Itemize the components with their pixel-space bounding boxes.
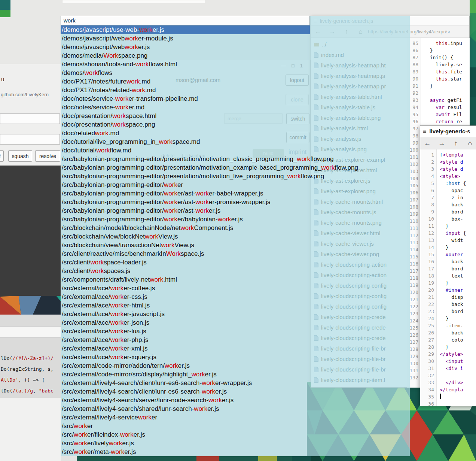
- search-result[interactable]: /src/babylonian-programming-editor/worke…: [61, 189, 410, 198]
- search-result[interactable]: /src/external/ace/worker-xquery.js: [61, 353, 410, 361]
- home-icon[interactable]: ⌂: [463, 139, 476, 147]
- code-line: disp: [440, 294, 476, 301]
- search-result[interactable]: /src/external/ace/worker-lua.js: [61, 327, 410, 336]
- search-result[interactable]: /doc/PX17/notes/related-work.md: [61, 86, 410, 94]
- back-icon[interactable]: ←: [420, 139, 434, 147]
- search-result[interactable]: /src/external/lively4-search/client/lunr…: [61, 379, 410, 387]
- search-result[interactable]: /src/external/lively4-search/client/lunr…: [61, 387, 410, 396]
- code-line: init() {: [424, 54, 470, 61]
- search-result[interactable]: /src/blockchain/model/blockchainNode/net…: [61, 224, 410, 232]
- search-result[interactable]: /demos/workflows: [61, 69, 410, 77]
- code-line: .item.: [440, 322, 476, 329]
- search-result[interactable]: /src/client/workspaces.js: [61, 267, 410, 275]
- search-result[interactable]: /src/babylonian-programming-editor/worke…: [61, 198, 410, 206]
- code-line: opac: [440, 187, 476, 194]
- search-result[interactable]: /src/external/lively4-search/server/lunr…: [61, 396, 410, 404]
- code-line: back: [440, 201, 476, 208]
- search-result[interactable]: /src/external/code-mirror/src/display/hi…: [61, 370, 410, 379]
- code-line: :host {: [440, 180, 476, 187]
- code-line: text: [440, 272, 476, 279]
- search-result[interactable]: /src/babylonian-programming-editor/prese…: [61, 172, 410, 181]
- input-bar[interactable]: [0, 113, 60, 124]
- code-line: back: [440, 301, 476, 308]
- search-result[interactable]: /src/external/ace/worker-json.js: [61, 318, 410, 327]
- search-result[interactable]: /src/worker/livelyworker.js: [61, 439, 410, 448]
- code-editor-window: ≡ lively-generic-s ← → ↑ ⌂ 1234567891011…: [420, 125, 476, 406]
- search-result[interactable]: /src/external/ace/worker-php.js: [61, 336, 410, 344]
- search-result[interactable]: /src/babylonian-programming-editor/worke…: [61, 215, 410, 224]
- search-result[interactable]: /src/babylonian-programming-editor/prese…: [61, 155, 410, 163]
- code-line: </style>: [440, 351, 476, 358]
- code-line: colo: [440, 336, 476, 343]
- search-result[interactable]: /src/babylonian-programming-editor/worke…: [61, 181, 410, 189]
- input-bar[interactable]: [0, 134, 60, 145]
- search-result[interactable]: /demos/javascript/webworker.js: [61, 43, 410, 51]
- wallpaper-teal-square: [0, 0, 10, 10]
- code-line: f<templa: [440, 151, 476, 158]
- search-result[interactable]: /doc/relatedwork.md: [61, 129, 410, 137]
- search-result[interactable]: /doc/PX17/notes/futurework.md: [61, 77, 410, 86]
- search-result[interactable]: /demos/javascript/webworker-module.js: [61, 34, 410, 43]
- search-result[interactable]: /src/client/reactive/misc/benchmarkInWor…: [61, 249, 410, 258]
- search-input[interactable]: work: [61, 16, 310, 25]
- up-icon[interactable]: ↑: [449, 139, 463, 147]
- search-results: /demos/javascript/webworker-module.js/de…: [61, 34, 410, 456]
- code-line: bord: [440, 308, 476, 315]
- search-result[interactable]: /src/external/ace/worker-xml.js: [61, 344, 410, 353]
- code-line: }: [440, 315, 476, 322]
- search-result[interactable]: /src/worker/meta-worker.js: [61, 448, 410, 456]
- search-result[interactable]: /src/blockchain/view/transactionNetworkV…: [61, 241, 410, 249]
- code-line: <div i: [440, 365, 476, 372]
- code-line: bord: [440, 208, 476, 215]
- search-result[interactable]: /demos/media/Workspace.png: [61, 51, 410, 60]
- code-line: <input: [440, 358, 476, 365]
- code-line: AllDo', () => {: [1, 374, 54, 385]
- code-line: widt: [440, 237, 476, 244]
- search-result[interactable]: /src/external/ace/worker-css.js: [61, 292, 410, 301]
- search-result[interactable]: /src/external/ace/worker-coffee.js: [61, 284, 410, 292]
- wallpaper-edge-strip: [470, 0, 476, 129]
- search-result[interactable]: /demos/shonan/tools-and-workflows.html: [61, 60, 410, 69]
- code-line: lively.se: [424, 61, 470, 68]
- search-result[interactable]: /doc/presentation/workspace.html: [61, 112, 410, 120]
- code-line: async getFi: [424, 97, 470, 104]
- resolve-button[interactable]: resolve: [35, 150, 60, 162]
- menu-icon[interactable]: ≡: [423, 128, 426, 135]
- search-result[interactable]: /doc/tutorial/workflow.md: [61, 146, 410, 155]
- search-result[interactable]: /doc/presentation/workspace.png: [61, 120, 410, 129]
- code-line: await Fil: [424, 111, 470, 118]
- partial-text: u: [1, 76, 4, 82]
- desktop: { "search_overlay": { "query": "work", "…: [0, 0, 476, 461]
- search-result[interactable]: /doc/tutorial/live_programming_in_worksp…: [61, 137, 410, 146]
- wallpaper-bottom-strip: [61, 456, 311, 461]
- search-result[interactable]: /src/worker: [61, 422, 410, 430]
- text-cursor: [440, 394, 441, 399]
- code-line: }: [440, 222, 476, 230]
- code-line: [424, 90, 470, 97]
- line-number-gutter: 1234567891011121314151617181920212223242…: [420, 149, 437, 406]
- search-result[interactable]: /src/external/ace/worker-javascript.js: [61, 310, 410, 318]
- code-editor-template[interactable]: 1234567891011121314151617181920212223242…: [420, 149, 476, 406]
- search-result[interactable]: /src/babylonian-programming-editor/worke…: [61, 206, 410, 215]
- search-result[interactable]: /doc/notes/service-worker-transform-pipe…: [61, 94, 410, 103]
- code-area[interactable]: f<templa<style d<style d<style> :host { …: [437, 149, 476, 406]
- search-result[interactable]: /doc/notes/service-worker.md: [61, 103, 410, 112]
- code-line: [440, 400, 476, 406]
- search-result[interactable]: /src/client/workspace-loader.js: [61, 258, 410, 267]
- file-search-overlay: work /demos/javascript/use-web-worker.js…: [61, 16, 410, 456]
- search-result[interactable]: /src/external/ace/worker-html.js: [61, 301, 410, 310]
- forward-icon[interactable]: →: [434, 139, 449, 147]
- code-line: this.inpu: [424, 40, 470, 47]
- search-result[interactable]: /src/components/draft/lively-network.htm…: [61, 275, 410, 284]
- squash-button[interactable]: squash: [8, 150, 32, 162]
- repo-link[interactable]: github.com/LivelyKern: [1, 92, 60, 97]
- search-result[interactable]: /src/external/lively4-serviceworker: [61, 413, 410, 422]
- partial-button[interactable]: f: [0, 150, 4, 162]
- search-result-selected[interactable]: /demos/javascript/use-web-worker.js: [61, 25, 310, 34]
- search-result[interactable]: /src/blockchain/view/blockNetworkView.js: [61, 232, 410, 241]
- search-result[interactable]: /src/babylonian-programming-editor/prese…: [61, 163, 410, 172]
- code-fragment: lDo(/(#[A-Za-z]+)/Do(regExString, s,AllD…: [1, 353, 54, 396]
- search-result[interactable]: /src/worker/fileindex-worker.js: [61, 430, 410, 439]
- search-result[interactable]: /src/external/lively4-search/shared/lunr…: [61, 404, 410, 413]
- search-result[interactable]: /src/external/code-mirror/addon/tern/wor…: [61, 361, 410, 370]
